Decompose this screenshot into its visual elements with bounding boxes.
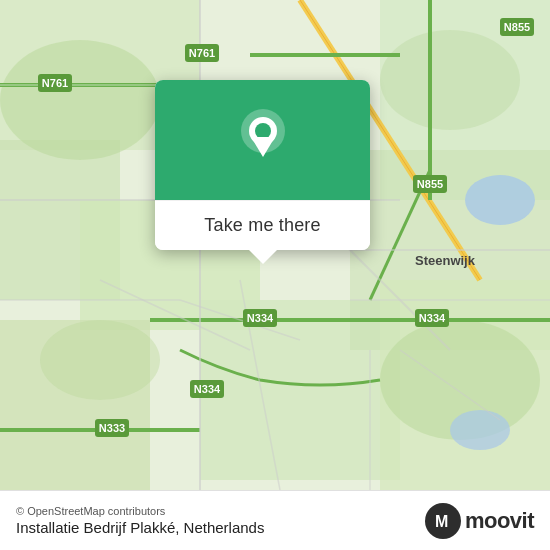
business-name: Installatie Bedrijf Plakké, Netherlands <box>16 519 264 536</box>
svg-point-13 <box>465 175 535 225</box>
osm-credit: © OpenStreetMap contributors <box>16 505 264 517</box>
svg-text:N334: N334 <box>247 312 274 324</box>
location-pin-icon <box>237 109 289 171</box>
svg-text:N333: N333 <box>99 422 125 434</box>
svg-text:N855: N855 <box>417 178 443 190</box>
svg-text:N334: N334 <box>194 383 221 395</box>
moovit-m-icon: M <box>432 510 454 532</box>
svg-point-10 <box>40 320 160 400</box>
svg-text:N761: N761 <box>42 77 68 89</box>
popup-button-area: Take me there <box>155 200 370 250</box>
svg-text:M: M <box>435 513 448 530</box>
svg-text:N334: N334 <box>419 312 446 324</box>
svg-text:N761: N761 <box>189 47 215 59</box>
popup-header <box>155 80 370 200</box>
svg-point-57 <box>255 123 271 139</box>
location-popup: Take me there <box>155 80 370 250</box>
svg-text:N855: N855 <box>504 21 530 33</box>
svg-point-14 <box>450 410 510 450</box>
moovit-logo: M moovit <box>425 503 534 539</box>
svg-point-11 <box>380 30 520 130</box>
map-area: N761 N761 N855 N855 A32 N334 N334 N334 N… <box>0 0 550 490</box>
footer-left: © OpenStreetMap contributors Installatie… <box>16 505 264 536</box>
svg-point-9 <box>0 40 160 160</box>
svg-text:Steenwijk: Steenwijk <box>415 253 476 268</box>
footer: © OpenStreetMap contributors Installatie… <box>0 490 550 550</box>
popup-tail <box>249 250 277 264</box>
moovit-brand-text: moovit <box>465 508 534 534</box>
take-me-there-button[interactable]: Take me there <box>204 215 320 236</box>
moovit-icon: M <box>425 503 461 539</box>
